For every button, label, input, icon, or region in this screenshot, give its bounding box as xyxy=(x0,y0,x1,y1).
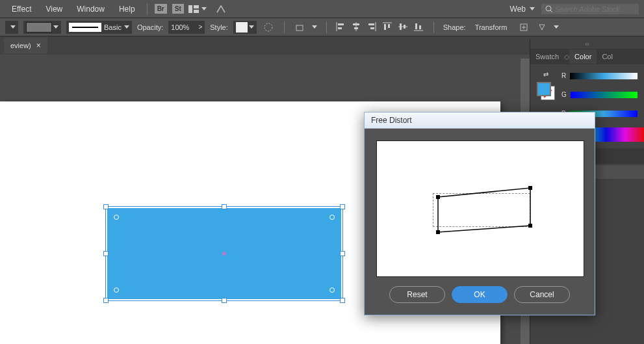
fill-swatch[interactable] xyxy=(537,82,551,96)
fill-dropdown[interactable] xyxy=(5,21,18,34)
stroke-preview xyxy=(69,23,101,32)
gpu-icon[interactable] xyxy=(214,3,227,16)
document-tab-label: eview) xyxy=(10,42,31,49)
svg-rect-8 xyxy=(338,23,344,25)
close-tab-icon[interactable]: × xyxy=(36,41,41,50)
svg-rect-11 xyxy=(353,23,359,25)
tab-color[interactable]: Color xyxy=(569,49,597,64)
svg-rect-18 xyxy=(388,24,390,28)
svg-rect-15 xyxy=(370,27,374,29)
align-right-icon[interactable] xyxy=(367,22,378,33)
anchor-point[interactable] xyxy=(114,215,119,220)
cancel-button[interactable]: Cancel xyxy=(514,286,570,303)
control-bar: Basic Opacity: 100% > Style: Shape: Tran… xyxy=(0,18,644,36)
style-label: Style: xyxy=(210,23,228,31)
stock-search-input[interactable] xyxy=(555,5,635,13)
stroke-swatch[interactable] xyxy=(23,21,61,34)
svg-rect-1 xyxy=(194,5,199,8)
free-distort-dialog: Free Distort Reset OK Cancel xyxy=(364,112,595,315)
anchor-point[interactable] xyxy=(329,287,335,293)
recolor-icon[interactable] xyxy=(262,21,275,34)
workspace-switcher[interactable]: Web xyxy=(505,3,540,16)
document-tab[interactable]: eview) × xyxy=(4,38,47,53)
bridge-badge[interactable]: Br xyxy=(155,4,167,14)
color-panel-tabs: Swatch ◇ Color Col xyxy=(530,49,644,64)
align-hcenter-icon[interactable] xyxy=(352,22,362,33)
selected-rectangle[interactable] xyxy=(107,208,341,299)
g-label: G xyxy=(561,91,567,98)
chevron-down-icon[interactable] xyxy=(312,25,317,29)
distort-handle xyxy=(436,195,440,199)
dialog-titlebar[interactable]: Free Distort xyxy=(365,112,595,129)
arrange-docs-icon[interactable] xyxy=(187,3,200,16)
shape-label: Shape: xyxy=(443,23,466,31)
anchor-point[interactable] xyxy=(114,287,119,293)
align-left-icon[interactable] xyxy=(336,22,346,33)
align-bottom-icon[interactable] xyxy=(414,22,424,33)
select-similar-icon[interactable] xyxy=(535,21,548,34)
svg-point-5 xyxy=(264,23,272,31)
distort-handle xyxy=(528,224,532,228)
stock-search[interactable] xyxy=(541,4,639,14)
menu-effect[interactable]: Effect xyxy=(5,2,38,16)
isolate-icon[interactable] xyxy=(517,21,530,34)
svg-rect-9 xyxy=(338,27,342,29)
workspace-label: Web xyxy=(510,5,526,14)
menu-view[interactable]: View xyxy=(39,2,69,16)
reset-button[interactable]: Reset xyxy=(389,286,445,303)
stroke-style-label: Basic xyxy=(104,23,122,31)
align-top-icon[interactable] xyxy=(383,22,393,33)
transform-icon[interactable] xyxy=(294,21,307,34)
svg-rect-21 xyxy=(404,25,406,29)
tab-color-guide[interactable]: Col xyxy=(597,49,618,64)
separator xyxy=(147,3,148,15)
fill-stroke-swatch[interactable] xyxy=(537,82,555,100)
menu-help[interactable]: Help xyxy=(112,2,142,16)
chevron-down-icon[interactable] xyxy=(554,25,559,29)
separator xyxy=(433,21,434,33)
anchor-point[interactable] xyxy=(329,215,335,220)
menu-window[interactable]: Window xyxy=(70,2,111,16)
swap-fill-stroke-icon[interactable]: ⇄ xyxy=(543,71,548,78)
dialog-title: Free Distort xyxy=(371,116,412,125)
ok-button[interactable]: OK xyxy=(452,286,508,303)
svg-rect-6 xyxy=(296,25,303,31)
distort-handle xyxy=(436,230,440,234)
svg-rect-23 xyxy=(415,23,417,29)
chevron-down-icon xyxy=(530,7,535,10)
svg-line-4 xyxy=(550,10,552,12)
collapse-arrows-icon[interactable]: ‹‹ xyxy=(530,39,644,49)
svg-rect-24 xyxy=(419,25,421,29)
transform-button[interactable]: Transform xyxy=(475,23,508,31)
distort-shape xyxy=(438,188,530,232)
menubar: Effect View Window Help Br St Web xyxy=(0,0,644,18)
separator xyxy=(284,21,285,33)
stock-badge[interactable]: St xyxy=(172,4,184,14)
svg-rect-20 xyxy=(400,23,402,30)
opacity-label: Opacity: xyxy=(137,23,163,31)
svg-rect-12 xyxy=(354,27,358,29)
distort-preview[interactable] xyxy=(376,140,584,277)
opacity-input[interactable]: 100% > xyxy=(168,21,205,34)
svg-rect-2 xyxy=(194,10,199,13)
svg-point-3 xyxy=(546,6,551,11)
svg-rect-0 xyxy=(188,5,192,13)
tab-swatches[interactable]: Swatch xyxy=(530,49,564,64)
stroke-profile[interactable]: Basic xyxy=(66,21,132,34)
align-vcenter-icon[interactable] xyxy=(398,22,409,33)
svg-rect-17 xyxy=(384,24,386,30)
separator xyxy=(326,21,327,33)
opacity-value: 100% xyxy=(171,23,189,31)
style-dropdown[interactable] xyxy=(233,21,257,34)
r-label: R xyxy=(561,72,566,79)
g-slider[interactable] xyxy=(571,92,638,98)
distort-handle xyxy=(528,186,532,190)
r-slider[interactable] xyxy=(570,73,638,79)
arrange-caret-icon[interactable] xyxy=(201,7,207,10)
svg-rect-14 xyxy=(368,23,374,25)
